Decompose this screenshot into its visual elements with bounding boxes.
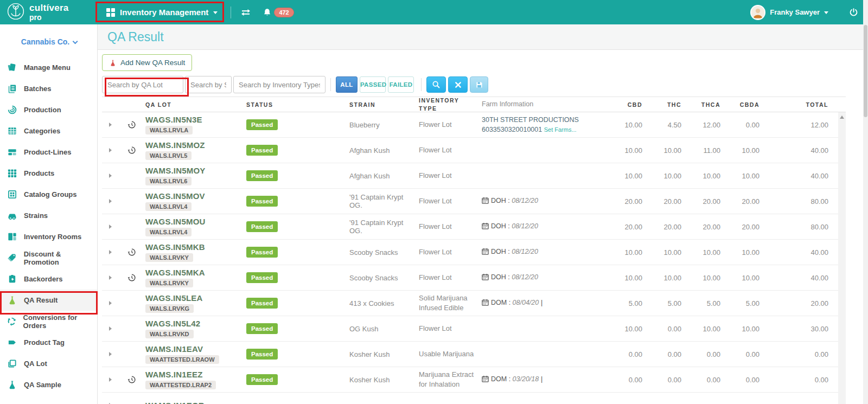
transfer-button[interactable]: [234, 0, 257, 24]
qa-lot-link[interactable]: WAGS.IN5L42: [145, 319, 200, 328]
qa-lot-sub-badge: WALS.LRVLA: [145, 126, 193, 134]
swap-arrows-icon: [240, 9, 252, 16]
sidebar-item-batches[interactable]: Batches: [0, 78, 97, 99]
set-farms-link[interactable]: Set Farms...: [544, 126, 577, 133]
page-scrollbar[interactable]: [863, 0, 868, 404]
qa-lot-link[interactable]: WAMS.IN5MOZ: [145, 140, 205, 150]
page-scrollbar-thumb[interactable]: [864, 25, 867, 117]
cbda-cell: 10.00: [722, 172, 761, 180]
sidebar-item-discount-promotion[interactable]: Discount & Promotion: [0, 247, 97, 268]
qa-lot-sub-badge: WALS.LRVKG: [145, 304, 194, 313]
qa-lot-link[interactable]: WAMS.IN1EAV: [145, 344, 203, 354]
date-value: 08/12/20: [512, 222, 538, 230]
production-icon: [6, 105, 18, 115]
qa-sample-flask-icon: [6, 380, 18, 390]
inventory-rooms-icon: [6, 232, 18, 242]
company-selector[interactable]: Cannabis Co.: [0, 24, 97, 54]
qa-lot-link[interactable]: WAMS.IN1EEZ: [145, 370, 203, 379]
expand-caret-icon[interactable]: [109, 377, 112, 382]
thca-cell: 10.00: [682, 274, 722, 282]
history-icon[interactable]: [127, 375, 136, 384]
col-header-strain: STRAIN: [349, 101, 419, 108]
search-strain-input[interactable]: [185, 76, 232, 93]
table-row: WAGS.IN5MOUWALS.LRVL4Passed'91 Captain K…: [102, 214, 846, 240]
product-lines-icon: [6, 147, 18, 157]
sidebar-item-products[interactable]: Products: [0, 163, 97, 184]
expand-caret-icon[interactable]: [109, 275, 112, 280]
sidebar-item-conversions-for-orders[interactable]: Conversions for Orders: [0, 311, 97, 332]
table-scrollbar[interactable]: [838, 112, 846, 404]
save-button[interactable]: [470, 76, 488, 93]
qa-lot-sub-badge: WALS.LRVL6: [145, 177, 192, 185]
qa-lot-link[interactable]: WAGS.IN5MOV: [145, 191, 205, 201]
qa-lot-link[interactable]: WAMS.IN1EOR: [145, 401, 205, 404]
thca-cell: 20.00: [682, 197, 722, 206]
col-header-thc: THC: [643, 101, 682, 108]
notifications-button[interactable]: 472: [257, 8, 299, 17]
sidebar-item-qa-sample[interactable]: QA Sample: [0, 374, 97, 395]
save-disk-icon: [475, 81, 483, 89]
qa-lot-link[interactable]: WAGS.IN5LEA: [145, 293, 203, 303]
status-badge: Passed: [246, 170, 278, 181]
sidebar-item-inventory-rooms[interactable]: Inventory Rooms: [0, 226, 97, 247]
filter-all-button[interactable]: ALL: [336, 76, 358, 93]
expand-caret-icon[interactable]: [109, 174, 112, 178]
qa-lot-link[interactable]: WAGS.IN5MOU: [145, 217, 206, 226]
app-menu-selector[interactable]: Inventory Management: [98, 0, 227, 24]
calendar-icon: [482, 273, 489, 284]
sidebar-item-catalog-groups[interactable]: Catalog Groups: [0, 184, 97, 205]
sidebar-item-qa-lot[interactable]: QA Lot: [0, 353, 97, 374]
sidebar-item-strains[interactable]: Strains: [0, 205, 97, 226]
thca-cell: 20.00: [682, 223, 722, 231]
filter-failed-button[interactable]: FAILED: [388, 76, 414, 93]
strain-cell: OG Kush: [349, 325, 419, 333]
history-icon[interactable]: [127, 120, 136, 129]
clear-search-button[interactable]: [448, 76, 468, 93]
status-badge: Passed: [246, 196, 278, 207]
thca-cell: 10.00: [682, 172, 722, 180]
date-label: DOH :: [491, 197, 512, 204]
expand-caret-icon[interactable]: [109, 199, 112, 203]
farm-number: 6033530320010001 Set Farms...: [482, 125, 604, 134]
search-inventory-types-input[interactable]: [233, 76, 326, 93]
thca-cell: 0.00: [682, 350, 722, 358]
add-new-qa-result-button[interactable]: Add New QA Result: [102, 54, 192, 71]
search-button[interactable]: [426, 76, 446, 93]
scroll-up-arrow-icon[interactable]: [840, 116, 844, 119]
strain-cell: Scooby Snacks: [349, 274, 419, 282]
cbda-cell: 20.00: [722, 223, 761, 231]
expand-caret-icon[interactable]: [109, 250, 112, 254]
qa-result-flask-icon: [6, 295, 18, 305]
expand-caret-icon[interactable]: [109, 352, 112, 356]
sidebar-item-manage-menu[interactable]: Manage Menu: [0, 57, 97, 78]
sidebar-item-qa-result[interactable]: QA Result: [0, 290, 97, 311]
search-qa-lot-input[interactable]: [102, 76, 183, 93]
expand-caret-icon[interactable]: [109, 123, 112, 127]
history-icon[interactable]: [127, 248, 136, 256]
qa-lot-link[interactable]: WAMS.IN5MOY: [145, 166, 206, 175]
table-row: WAGS.IN5N3EWALS.LRVLAPassedBlueberryFlow…: [102, 112, 846, 138]
qa-lot-link[interactable]: WAGS.IN5MKA: [145, 268, 205, 277]
expand-caret-icon[interactable]: [109, 148, 112, 152]
expand-caret-icon[interactable]: [109, 225, 112, 229]
filter-passed-button[interactable]: PASSED: [360, 76, 386, 93]
sidebar-item-production[interactable]: Production: [0, 99, 97, 120]
history-icon[interactable]: [127, 146, 136, 155]
strain-cell: '91 Captain Krypt OG.: [349, 193, 419, 209]
sidebar-item-backorders[interactable]: Backorders: [0, 268, 97, 290]
qa-lot-link[interactable]: WAGS.IN5N3E: [145, 115, 202, 124]
total-cell: 40.00: [761, 248, 834, 256]
products-icon: [6, 168, 18, 178]
sidebar-item-categories[interactable]: Categories: [0, 120, 97, 142]
date-value: 08/12/20: [512, 197, 538, 204]
history-icon[interactable]: [127, 273, 136, 282]
sidebar-item-product-lines[interactable]: Product-Lines: [0, 142, 97, 163]
expand-caret-icon[interactable]: [109, 326, 112, 331]
sidebar-item-product-tag[interactable]: Product Tag: [0, 332, 97, 353]
expand-caret-icon[interactable]: [109, 301, 112, 305]
user-menu[interactable]: Franky Sawyer: [750, 5, 836, 20]
qa-lot-link[interactable]: WAGS.IN5MKB: [145, 242, 205, 252]
cbd-cell: 10.00: [604, 121, 643, 129]
brand-logo[interactable]: cultívera pro: [0, 3, 98, 22]
qa-lot-sub-badge: WALS.LRVKD: [145, 330, 194, 338]
